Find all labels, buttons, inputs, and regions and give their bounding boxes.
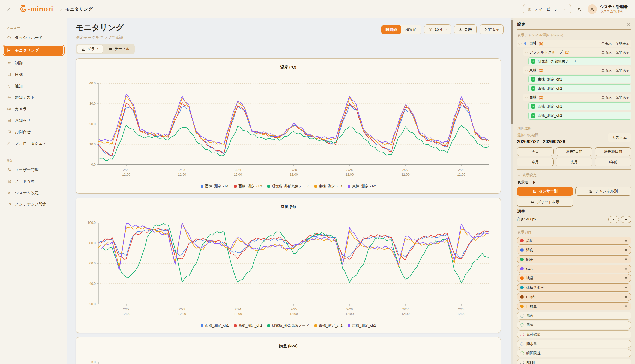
sidebar-item-6[interactable]: カメラ <box>3 104 64 114</box>
sidebar-settings-item-0[interactable]: ユーザー管理 <box>3 165 64 175</box>
scrollbar-thumb[interactable] <box>511 20 513 124</box>
hide-panel-button[interactable]: 非表示 <box>480 24 504 34</box>
display-mode-button-1[interactable]: チャンネル別 <box>575 187 632 196</box>
display-mode-button-2[interactable]: グリッド表示 <box>517 198 573 207</box>
legend-item[interactable]: 西棟_測定_ch1 <box>201 323 229 328</box>
item-name: 日射量 <box>526 304 537 309</box>
period-button-2[interactable]: 過去30日間 <box>595 147 631 156</box>
display-item-active[interactable]: 体積含水率 <box>517 283 631 292</box>
display-item-inactive[interactable]: 瞬間風速 <box>517 349 631 357</box>
group-row-2[interactable]: 西棟 (2)全表示 全非表示 <box>523 94 631 101</box>
height-decrease-button[interactable]: - <box>608 216 619 223</box>
period-button-0[interactable]: 今日 <box>517 147 554 156</box>
show-all-link[interactable]: 全表示 <box>601 41 612 46</box>
sidebar-item-2[interactable]: 制御 <box>3 58 64 68</box>
display-item-active[interactable]: 温度 <box>517 237 631 245</box>
item-gear-icon[interactable] <box>624 295 628 299</box>
hide-all-link[interactable]: 全非表示 <box>616 68 629 73</box>
legend-item[interactable]: 東棟_測定_ch1 <box>314 323 343 328</box>
sidebar-settings-item-2[interactable]: システム設定 <box>3 188 64 198</box>
sidebar-item-label: 日誌 <box>15 72 23 77</box>
sidebar-item-5[interactable]: 通知テスト <box>3 92 64 102</box>
item-gear-icon[interactable] <box>624 286 628 289</box>
legend-item[interactable]: 西棟_測定_ch1 <box>201 184 229 189</box>
sidebar-item-0[interactable]: ダッシュボード <box>3 33 64 42</box>
sidebar-item-8[interactable]: お問合せ <box>3 127 64 137</box>
period-button-1[interactable]: 過去7日間 <box>556 147 592 156</box>
period-button-4[interactable]: 先月 <box>556 158 592 166</box>
legend-label: 西棟_測定_ch1 <box>205 323 229 328</box>
sidebar-item-9[interactable]: フォロー＆シェア <box>3 138 64 148</box>
channel-row[interactable]: 東棟_測定_ch1 <box>528 75 631 83</box>
chart-canvas[interactable]: 20.040.060.080.0100.02/2212:002/2312:002… <box>82 212 495 322</box>
legend-item[interactable]: 研究所_外部気象ノード <box>267 184 309 189</box>
chevron-down-icon <box>564 7 567 10</box>
close-icon[interactable] <box>6 7 11 11</box>
height-increase-button[interactable]: + <box>621 216 631 223</box>
sidebar-item-3[interactable]: 日誌 <box>3 70 64 79</box>
display-item-inactive[interactable]: 紫外線量 <box>517 330 631 338</box>
display-item-active[interactable]: 湿度 <box>517 246 631 254</box>
show-all-link[interactable]: 全表示 <box>601 68 612 73</box>
svg-text:2/22: 2/22 <box>123 307 129 311</box>
display-item-active[interactable]: EC値 <box>517 293 631 301</box>
interval-selector[interactable]: 15分 <box>424 24 451 34</box>
channel-row[interactable]: 東棟_測定_ch2 <box>528 84 631 92</box>
channel-row[interactable]: 西棟_測定_ch1 <box>528 102 631 110</box>
svg-text:40.0: 40.0 <box>89 282 96 286</box>
display-item-inactive[interactable]: RSSI <box>517 359 631 364</box>
item-gear-icon[interactable] <box>624 267 628 271</box>
tab-1[interactable]: テーブル <box>104 45 134 53</box>
sidebar-item-4[interactable]: 通知 <box>3 81 64 91</box>
item-gear-icon[interactable] <box>624 276 628 280</box>
cumulative-value-button[interactable]: 積算値 <box>401 25 421 34</box>
display-item-active[interactable]: 飽差 <box>517 255 631 263</box>
item-gear-icon[interactable] <box>624 239 628 243</box>
tab-0[interactable]: グラフ <box>77 45 103 53</box>
period-button-5[interactable]: 1年前 <box>595 158 631 166</box>
channel-row[interactable]: 西棟_測定_ch2 <box>528 112 631 120</box>
main-scrollbar[interactable] <box>511 18 513 364</box>
channel-row[interactable]: 研究所_外部気象ノード <box>528 57 631 65</box>
sidebar-settings-item-1[interactable]: ノード管理 <box>3 176 64 186</box>
display-item-inactive[interactable]: 風向 <box>517 312 631 320</box>
group-count: (2) <box>539 95 543 100</box>
custom-period-button[interactable]: カスタム <box>608 133 631 142</box>
theme-sun-icon[interactable] <box>577 7 582 12</box>
period-button-3[interactable]: 今月 <box>517 158 554 166</box>
display-mode-button-0[interactable]: センサー別 <box>517 187 573 196</box>
sidebar-item-7[interactable]: お知らせ <box>3 115 64 125</box>
show-all-link[interactable]: 全表示 <box>601 95 612 100</box>
legend-item[interactable]: 東棟_測定_ch1 <box>314 184 343 189</box>
chart-canvas[interactable]: 0.01.02.03.02/2212:002/2312:002/2412:002… <box>82 352 495 364</box>
chart-canvas[interactable]: 0.010.020.030.040.02/2212:002/2312:002/2… <box>82 73 495 182</box>
display-item-active[interactable]: 日射量 <box>517 302 631 310</box>
panel-close-icon[interactable] <box>627 22 631 27</box>
app-logo[interactable]: -minori <box>19 5 53 14</box>
instant-value-button[interactable]: 瞬間値 <box>381 25 401 34</box>
legend-item[interactable]: 西棟_測定_ch2 <box>234 323 262 328</box>
csv-download-button[interactable]: CSV <box>454 24 477 34</box>
hide-all-link[interactable]: 全非表示 <box>616 50 629 55</box>
display-item-inactive[interactable]: 降水量 <box>517 340 631 348</box>
display-item-active[interactable]: CO₂ <box>517 265 631 273</box>
legend-item[interactable]: 研究所_外部気象ノード <box>267 323 309 328</box>
legend-item[interactable]: 東棟_測定_ch2 <box>348 323 376 328</box>
hide-all-link[interactable]: 全非表示 <box>616 41 629 46</box>
item-gear-icon[interactable] <box>624 257 628 261</box>
group-row-0[interactable]: デフォルトグループ (1)全表示 全非表示 <box>523 48 631 56</box>
show-all-link[interactable]: 全表示 <box>601 50 612 55</box>
display-item-inactive[interactable]: 風速 <box>517 321 631 329</box>
display-item-active[interactable]: 地温 <box>517 274 631 282</box>
user-menu[interactable]: システム管理者 システム管理者 <box>588 4 628 14</box>
item-gear-icon[interactable] <box>624 248 628 252</box>
legend-item[interactable]: 東棟_測定_ch2 <box>348 184 376 189</box>
group-row-1[interactable]: 東棟 (2)全表示 全非表示 <box>523 66 631 74</box>
organization-selector[interactable]: ディーピーテ... <box>523 4 571 14</box>
sidebar-settings-item-3[interactable]: メンテナンス設定 <box>3 199 64 209</box>
hide-all-link[interactable]: 全非表示 <box>616 95 629 100</box>
sidebar-item-1[interactable]: モニタリング <box>3 45 65 56</box>
legend-item[interactable]: 西棟_測定_ch2 <box>234 184 262 189</box>
item-gear-icon[interactable] <box>624 304 628 308</box>
company-row[interactable]: 自社 (5)全表示 全非表示 <box>517 40 631 47</box>
